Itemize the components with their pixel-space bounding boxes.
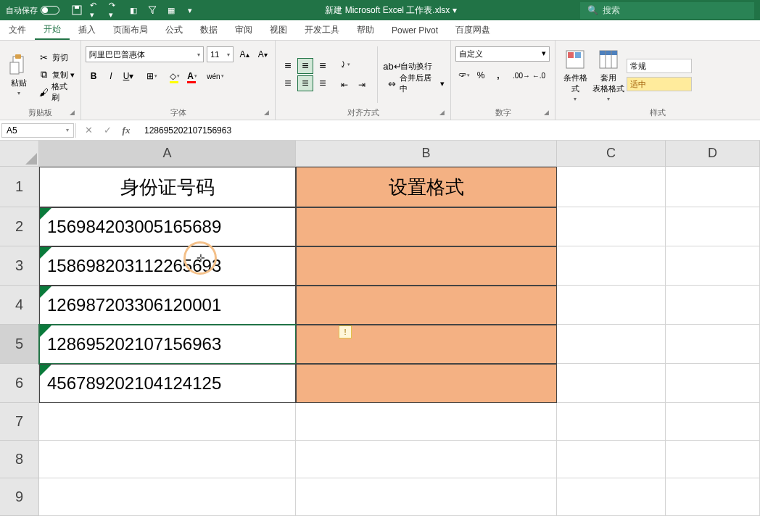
row-header-2[interactable]: 2 [0, 207, 39, 246]
cell-B1[interactable]: 设置格式 [296, 167, 557, 207]
format-painter-button[interactable]: 🖌格式刷 [37, 84, 76, 100]
row-header-5[interactable]: 5 [0, 325, 39, 364]
cell-A3[interactable]: 158698203112265693 [39, 246, 296, 286]
cell-A4[interactable]: 126987203306120001 [39, 286, 296, 325]
cell-C5[interactable] [557, 325, 666, 364]
cell-D3[interactable] [666, 246, 760, 286]
tab-帮助[interactable]: 帮助 [348, 20, 383, 40]
cell-A7[interactable] [39, 403, 296, 441]
cell-D8[interactable] [666, 441, 760, 478]
column-header-C[interactable]: C [557, 141, 666, 167]
cell-C3[interactable] [557, 246, 666, 286]
column-header-D[interactable]: D [666, 141, 760, 167]
font-color-button[interactable]: A [184, 68, 200, 84]
cell-B7[interactable] [296, 403, 557, 441]
row-header-6[interactable]: 6 [0, 364, 39, 403]
underline-button[interactable]: U ▾ [120, 68, 136, 84]
paste-button[interactable]: 粘贴 ▾ [4, 43, 34, 106]
decrease-indent-icon[interactable]: ⇤ [336, 77, 352, 93]
column-header-A[interactable]: A [39, 141, 296, 167]
confirm-formula-icon[interactable]: ✓ [101, 125, 114, 136]
row-header-1[interactable]: 1 [0, 167, 39, 207]
copy-button[interactable]: ⧉复制 ▾ [37, 67, 76, 83]
conditional-format-button[interactable]: 条件格式 ▾ [560, 43, 590, 106]
increase-font-icon[interactable]: A▴ [236, 46, 252, 62]
font-dialog-launcher[interactable]: ◢ [264, 109, 273, 117]
cell-B5[interactable] [296, 325, 557, 364]
row-header-8[interactable]: 8 [0, 441, 39, 478]
row-header-3[interactable]: 3 [0, 246, 39, 286]
align-center-icon[interactable]: ≡ [297, 75, 313, 91]
cell-D2[interactable] [666, 207, 760, 246]
font-name-combo[interactable]: 阿里巴巴普惠体▾ [86, 46, 204, 62]
cell-B2[interactable] [296, 207, 557, 246]
freeze-icon[interactable]: ▦ [165, 4, 177, 16]
cell-D9[interactable] [666, 478, 760, 516]
comma-button[interactable]: , [490, 67, 506, 83]
merge-center-button[interactable]: ⇔合并后居中 ▾ [385, 75, 446, 91]
align-middle-icon[interactable]: ≡ [297, 58, 313, 74]
cell-A1[interactable]: 身份证号码 [39, 167, 296, 207]
decrease-font-icon[interactable]: A▾ [255, 46, 270, 62]
fill-color-button[interactable]: ◇ [167, 68, 183, 84]
touch-mode-icon[interactable]: ◧ [128, 4, 139, 16]
tab-视图[interactable]: 视图 [261, 20, 296, 40]
clipboard-dialog-launcher[interactable]: ◢ [70, 109, 78, 117]
bold-button[interactable]: B [86, 68, 102, 84]
save-icon[interactable] [71, 4, 83, 16]
tab-插入[interactable]: 插入 [70, 20, 104, 40]
cell-A5[interactable]: 128695202107156963! [39, 325, 296, 364]
border-button[interactable]: ⊞ [144, 68, 160, 84]
increase-indent-icon[interactable]: ⇥ [354, 77, 370, 93]
cell-A9[interactable] [39, 478, 296, 516]
error-options-button[interactable]: ! [339, 325, 352, 338]
decrease-decimal-icon[interactable]: ←.0 [531, 67, 547, 83]
font-size-combo[interactable]: 11▾ [207, 46, 234, 62]
row-header-4[interactable]: 4 [0, 286, 39, 325]
tab-开始[interactable]: 开始 [35, 20, 70, 40]
row-header-7[interactable]: 7 [0, 403, 39, 441]
phonetic-button[interactable]: wén [207, 68, 223, 84]
cell-C4[interactable] [557, 286, 666, 325]
cell-C9[interactable] [557, 478, 666, 516]
filter-icon[interactable] [146, 4, 158, 16]
cell-D1[interactable] [666, 167, 760, 207]
cell-C1[interactable] [557, 167, 666, 207]
alignment-dialog-launcher[interactable]: ◢ [439, 109, 448, 117]
align-top-icon[interactable]: ≡ [280, 58, 296, 74]
name-box[interactable]: A5▾ [1, 123, 74, 138]
cell-C8[interactable] [557, 441, 666, 478]
align-left-icon[interactable]: ≡ [280, 75, 296, 91]
cell-D6[interactable] [666, 364, 760, 403]
qat-dropdown-icon[interactable]: ▾ [184, 4, 196, 16]
number-dialog-launcher[interactable]: ◢ [544, 109, 553, 117]
select-all-corner[interactable] [0, 141, 39, 167]
percent-button[interactable]: % [473, 67, 489, 83]
cell-B8[interactable] [296, 441, 557, 478]
cell-B9[interactable] [296, 478, 557, 516]
fx-icon[interactable]: fx [120, 125, 133, 136]
undo-icon[interactable]: ↶ ▾ [90, 4, 102, 16]
column-header-B[interactable]: B [296, 141, 557, 167]
cell-D5[interactable] [666, 325, 760, 364]
cell-D4[interactable] [666, 286, 760, 325]
tab-Power Pivot[interactable]: Power Pivot [383, 20, 447, 40]
cell-B4[interactable] [296, 286, 557, 325]
tab-开发工具[interactable]: 开发工具 [296, 20, 348, 40]
increase-decimal-icon[interactable]: .00→ [513, 67, 529, 83]
tab-数据[interactable]: 数据 [191, 20, 226, 40]
cell-C7[interactable] [557, 403, 666, 441]
search-box[interactable]: 🔍 搜索 [580, 2, 754, 19]
italic-button[interactable]: I [103, 68, 119, 84]
tab-审阅[interactable]: 审阅 [226, 20, 261, 40]
accounting-format-button[interactable]: 🖙 [455, 67, 471, 83]
cell-A2[interactable]: 156984203005165689 [39, 207, 296, 246]
tab-文件[interactable]: 文件 [0, 20, 35, 40]
number-format-combo[interactable]: 自定义▾ [455, 46, 550, 62]
align-bottom-icon[interactable]: ≡ [315, 58, 331, 74]
row-header-9[interactable]: 9 [0, 478, 39, 516]
cell-C2[interactable] [557, 207, 666, 246]
tab-公式[interactable]: 公式 [157, 20, 191, 40]
cell-A6[interactable]: 456789202104124125 [39, 364, 296, 403]
align-right-icon[interactable]: ≡ [315, 75, 331, 91]
